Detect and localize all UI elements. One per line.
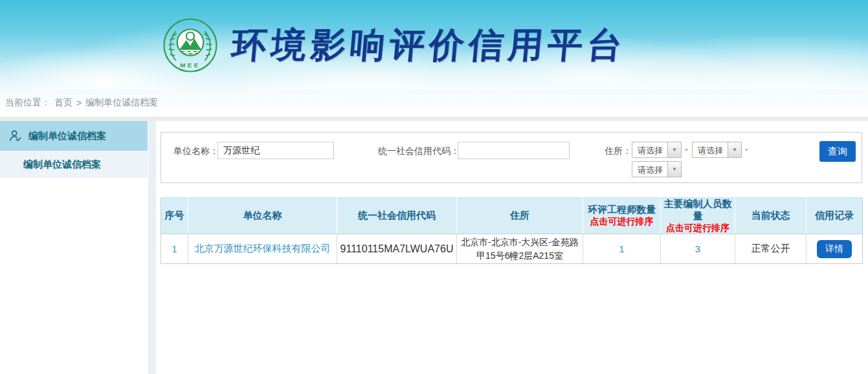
col-unit-name: 单位名称 xyxy=(188,198,337,234)
site-header: MEE 环境影响评价信用平台 xyxy=(0,0,868,89)
sidebar-subitem-credit-archive[interactable]: 编制单位诚信档案 xyxy=(0,151,148,178)
city-select-value: 请选择 xyxy=(693,142,728,157)
col-engineer-count-label: 环评工程师数量 xyxy=(588,204,656,215)
sidebar-item-label: 编制单位诚信档案 xyxy=(28,130,106,142)
col-credit-code: 统一社会信用代码 xyxy=(337,198,457,234)
breadcrumb-separator: > xyxy=(76,98,82,108)
credit-code-input[interactable] xyxy=(458,142,570,159)
mee-logo-icon: MEE xyxy=(162,17,219,74)
logo-text: MEE xyxy=(180,61,201,69)
credit-code-label: 统一社会信用代码： xyxy=(378,146,460,157)
district-select-value: 请选择 xyxy=(632,162,667,177)
engineer-count-link[interactable]: 1 xyxy=(583,234,661,264)
unit-name-label: 单位名称： xyxy=(173,146,219,157)
col-address: 住所 xyxy=(457,198,583,234)
chevron-down-icon[interactable]: ▼ xyxy=(728,142,741,157)
header-divider xyxy=(0,116,868,121)
col-staff-count-label: 主要编制人员数量 xyxy=(664,198,732,221)
query-button[interactable]: 查询 xyxy=(819,141,856,162)
page-title: 环境影响评价信用平台 xyxy=(230,22,629,69)
chevron-down-icon[interactable]: ▼ xyxy=(667,142,681,157)
sort-hint: 点击可进行排序 xyxy=(661,223,735,234)
table-row: 1 北京万源世纪环保科技有限公司 91110115MA7LWUA76U 北京市-… xyxy=(161,234,863,264)
address-dash: - xyxy=(745,144,748,155)
content-area: 单位名称： 统一社会信用代码： 住所： 请选择 ▼ - 请选择 ▼ - 请选择 … xyxy=(156,121,868,374)
city-select[interactable]: 请选择 ▼ xyxy=(692,142,742,158)
address-cell: 北京市-北京市-大兴区-金苑路 甲15号6幢2层A215室 xyxy=(457,234,583,264)
address-label: 住所： xyxy=(605,146,632,157)
col-status: 当前状态 xyxy=(735,198,807,234)
address-dash: - xyxy=(685,144,688,155)
company-name-link[interactable]: 北京万源世纪环保科技有限公司 xyxy=(188,234,337,264)
col-engineer-count-sortable[interactable]: 环评工程师数量 点击可进行排序 xyxy=(583,198,661,234)
province-select-value: 请选择 xyxy=(632,142,667,157)
breadcrumb: 当前位置： 首页 > 编制单位诚信档案 xyxy=(0,89,868,116)
sidebar-subitem-label: 编制单位诚信档案 xyxy=(23,159,101,171)
col-credit-record: 信用记录 xyxy=(807,198,863,234)
address-line1: 北京市-北京市-大兴区-金苑路 xyxy=(461,237,579,247)
sidebar: 编制单位诚信档案 编制单位诚信档案 xyxy=(0,121,148,374)
sidebar-content-divider xyxy=(148,121,156,374)
unit-name-input[interactable] xyxy=(217,142,334,159)
credit-record-cell: 详情 xyxy=(807,234,863,264)
col-index: 序号 xyxy=(161,198,188,234)
result-table: 序号 单位名称 统一社会信用代码 住所 环评工程师数量 点击可进行排序 主要编制… xyxy=(161,197,863,264)
staff-count-link[interactable]: 3 xyxy=(661,234,735,264)
district-select[interactable]: 请选择 ▼ xyxy=(632,161,682,177)
row-index-cell: 1 xyxy=(161,234,188,264)
sort-hint: 点击可进行排序 xyxy=(583,216,660,228)
person-check-icon xyxy=(8,129,23,143)
sidebar-item-credit-archive[interactable]: 编制单位诚信档案 xyxy=(0,121,148,151)
credit-code-cell: 91110115MA7LWUA76U xyxy=(337,234,457,264)
chevron-down-icon[interactable]: ▼ xyxy=(667,162,681,177)
province-select[interactable]: 请选择 ▼ xyxy=(632,142,682,158)
breadcrumb-home-link[interactable]: 首页 xyxy=(54,97,72,109)
breadcrumb-current: 编制单位诚信档案 xyxy=(85,97,158,109)
breadcrumb-prefix: 当前位置： xyxy=(5,97,50,109)
detail-button[interactable]: 详情 xyxy=(817,240,852,258)
address-line2: 甲15号6幢2层A215室 xyxy=(476,250,563,261)
search-form: 单位名称： 统一社会信用代码： 住所： 请选择 ▼ - 请选择 ▼ - 请选择 … xyxy=(161,132,862,183)
table-header-row: 序号 单位名称 统一社会信用代码 住所 环评工程师数量 点击可进行排序 主要编制… xyxy=(161,198,863,234)
status-cell: 正常公开 xyxy=(735,234,807,264)
col-staff-count-sortable[interactable]: 主要编制人员数量 点击可进行排序 xyxy=(661,198,735,234)
